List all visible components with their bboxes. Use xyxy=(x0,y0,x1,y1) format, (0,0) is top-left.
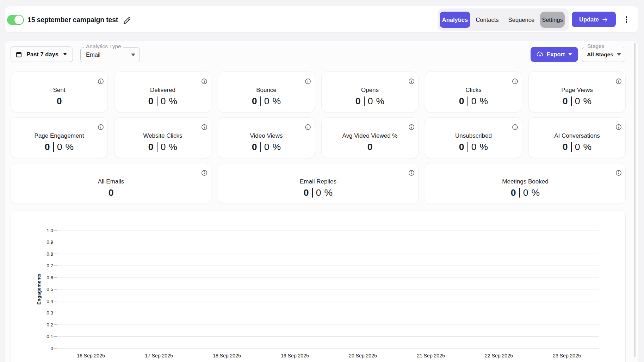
svg-text:0: 0 xyxy=(50,346,53,351)
svg-text:16 Sep 2025: 16 Sep 2025 xyxy=(77,353,105,358)
svg-text:17 Sep 2025: 17 Sep 2025 xyxy=(145,353,173,358)
svg-text:Engagements: Engagements xyxy=(36,274,42,305)
svg-text:20 Sep 2025: 20 Sep 2025 xyxy=(349,353,377,358)
svg-text:0.6: 0.6 xyxy=(47,275,53,280)
svg-text:19 Sep 2025: 19 Sep 2025 xyxy=(281,353,309,358)
svg-text:0.8: 0.8 xyxy=(47,251,53,257)
svg-text:0.5: 0.5 xyxy=(47,287,53,292)
svg-text:1.0: 1.0 xyxy=(47,228,53,233)
svg-text:0.3: 0.3 xyxy=(47,310,53,316)
svg-text:22 Sep 2025: 22 Sep 2025 xyxy=(485,353,513,358)
svg-text:18 Sep 2025: 18 Sep 2025 xyxy=(213,353,241,358)
svg-text:0.1: 0.1 xyxy=(47,334,53,339)
svg-text:21 Sep 2025: 21 Sep 2025 xyxy=(417,353,445,358)
svg-text:23 Sep 2025: 23 Sep 2025 xyxy=(553,353,581,358)
svg-text:0.4: 0.4 xyxy=(47,299,53,304)
svg-text:0.7: 0.7 xyxy=(47,263,53,268)
svg-text:0.9: 0.9 xyxy=(47,239,53,245)
svg-text:0.2: 0.2 xyxy=(47,322,53,327)
